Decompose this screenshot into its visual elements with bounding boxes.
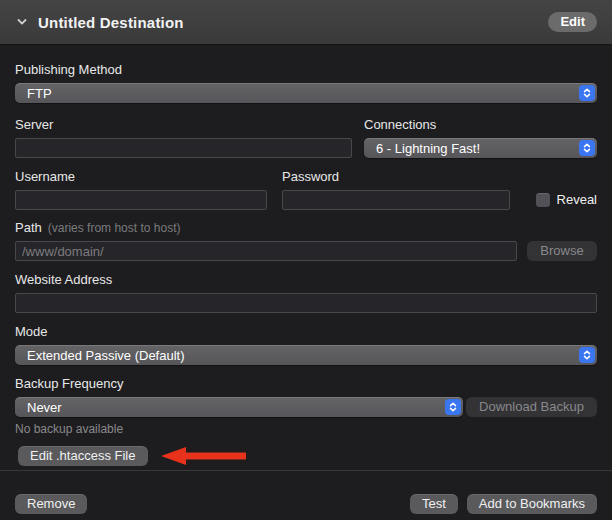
mode-select[interactable]: Extended Passive (Default) bbox=[15, 345, 597, 365]
server-input[interactable] bbox=[15, 138, 352, 158]
connections-value: 6 - Lightning Fast! bbox=[376, 141, 480, 156]
mode-label: Mode bbox=[15, 325, 597, 339]
website-address-input[interactable] bbox=[15, 293, 597, 313]
path-group: Path(varies from host to host) Browse bbox=[15, 221, 597, 261]
popup-stepper-icon bbox=[579, 347, 595, 363]
htaccess-row: Edit .htaccess File bbox=[15, 446, 597, 466]
password-group: Password bbox=[282, 170, 510, 210]
popup-stepper-icon bbox=[445, 399, 461, 415]
publishing-method-value: FTP bbox=[27, 86, 52, 101]
edit-htaccess-button[interactable]: Edit .htaccess File bbox=[18, 446, 148, 466]
password-label: Password bbox=[282, 170, 510, 184]
test-button[interactable]: Test bbox=[410, 494, 458, 514]
destination-title: Untitled Destination bbox=[38, 14, 184, 31]
reveal-group: Reveal bbox=[536, 192, 597, 207]
reveal-checkbox[interactable] bbox=[536, 193, 550, 207]
username-group: Username bbox=[15, 170, 267, 210]
path-input[interactable] bbox=[15, 241, 517, 261]
path-label-text: Path bbox=[15, 220, 42, 235]
connections-label: Connections bbox=[364, 118, 597, 132]
chevron-down-icon[interactable] bbox=[15, 15, 29, 29]
credentials-row: Username Password Reveal bbox=[15, 170, 597, 210]
connections-group: Connections 6 - Lightning Fast! bbox=[364, 118, 597, 158]
backup-frequency-label: Backup Frequency bbox=[15, 377, 597, 391]
footer-bar: Remove Test Add to Bookmarks bbox=[15, 471, 597, 514]
publishing-destination-panel: Untitled Destination Edit Publishing Met… bbox=[0, 0, 612, 520]
server-group: Server bbox=[15, 118, 352, 158]
connections-select[interactable]: 6 - Lightning Fast! bbox=[364, 138, 597, 158]
website-address-label: Website Address bbox=[15, 273, 597, 287]
destination-header: Untitled Destination Edit bbox=[0, 0, 612, 45]
browse-button[interactable]: Browse bbox=[527, 241, 597, 261]
reveal-label: Reveal bbox=[557, 192, 597, 207]
publishing-method-label: Publishing Method bbox=[15, 63, 597, 77]
password-input[interactable] bbox=[282, 190, 510, 210]
website-address-group: Website Address bbox=[15, 273, 597, 313]
username-label: Username bbox=[15, 170, 267, 184]
path-label: Path(varies from host to host) bbox=[15, 221, 597, 235]
mode-group: Mode Extended Passive (Default) bbox=[15, 325, 597, 365]
backup-frequency-value: Never bbox=[27, 400, 62, 415]
edit-button[interactable]: Edit bbox=[548, 12, 597, 32]
mode-value: Extended Passive (Default) bbox=[27, 348, 185, 363]
popup-stepper-icon bbox=[579, 140, 595, 156]
settings-form: Publishing Method FTP Server Connections bbox=[0, 45, 612, 514]
backup-frequency-select[interactable]: Never bbox=[15, 397, 463, 417]
popup-stepper-icon bbox=[579, 85, 595, 101]
download-backup-button[interactable]: Download Backup bbox=[466, 397, 597, 417]
add-to-bookmarks-button[interactable]: Add to Bookmarks bbox=[467, 494, 597, 514]
backup-frequency-group: Backup Frequency Never Download Backup N… bbox=[15, 377, 597, 435]
username-input[interactable] bbox=[15, 190, 267, 210]
path-hint: (varies from host to host) bbox=[48, 221, 181, 235]
red-arrow-icon bbox=[161, 446, 246, 466]
backup-status-text: No backup available bbox=[15, 423, 597, 435]
server-label: Server bbox=[15, 118, 352, 132]
server-connections-row: Server Connections 6 - Lightning Fast! bbox=[15, 118, 597, 158]
publishing-method-group: Publishing Method FTP bbox=[15, 63, 597, 103]
remove-button[interactable]: Remove bbox=[15, 494, 87, 514]
publishing-method-select[interactable]: FTP bbox=[15, 83, 597, 103]
